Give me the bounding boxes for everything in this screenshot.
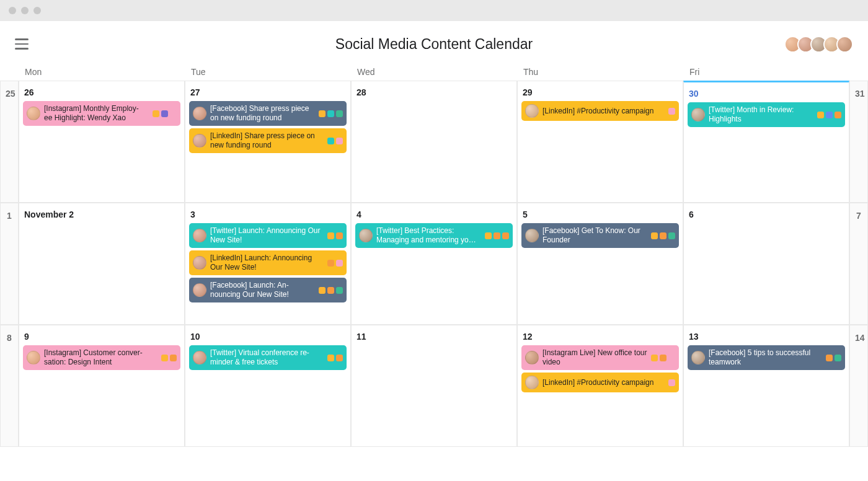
task-tags: [327, 232, 343, 239]
weekday-label: Wed: [351, 67, 517, 77]
task-card[interactable]: [Facebook] Get To Know: Our Founder: [521, 223, 679, 248]
day-number: 26: [23, 85, 180, 101]
assignee-avatar: [525, 104, 539, 118]
calendar-day[interactable]: 26[Instagram] Monthly Employ- ee Highlig…: [19, 81, 185, 203]
tag-dot: [502, 232, 509, 239]
calendar-day[interactable]: 30[Twitter] Month in Review: Highlights: [683, 81, 849, 203]
calendar-day[interactable]: 4[Twitter] Best Practices: Managing and …: [351, 203, 517, 325]
task-title: [Twitter] Virtual conference re- minder …: [210, 348, 324, 367]
calendar-day[interactable]: 27[Facebook] Share press piece on new fu…: [185, 81, 351, 203]
task-card[interactable]: [LinkedIn] #Productivity campaign: [521, 373, 679, 392]
assignee-avatar: [27, 107, 40, 120]
tag-dot: [668, 232, 675, 239]
tag-dot: [660, 232, 666, 239]
page-title: Social Media Content Calendar: [335, 36, 533, 53]
task-title: [Twitter] Month in Review: Highlights: [709, 105, 813, 124]
tag-dot: [336, 110, 343, 117]
day-number: 11: [355, 329, 513, 345]
task-card[interactable]: [LinkedIn] Share press piece on new fund…: [189, 128, 347, 153]
calendar-day[interactable]: 11: [351, 325, 517, 447]
task-card[interactable]: [Twitter] Best Practices: Managing and m…: [355, 223, 513, 248]
weekday-label: Tue: [185, 67, 351, 77]
assignee-avatar: [27, 351, 40, 364]
task-title: [Twitter] Best Practices: Managing and m…: [376, 226, 481, 245]
weekday-headers: Mon Tue Wed Thu Fri: [0, 67, 868, 81]
day-number: 13: [688, 329, 845, 345]
task-card[interactable]: [Facebook] 5 tips to successful teamwork: [688, 345, 845, 370]
task-card[interactable]: [LinkedIn] Launch: Announcing Our New Si…: [189, 250, 347, 275]
task-card[interactable]: [LinkedIn] #Productivity campaign: [521, 101, 679, 121]
task-card[interactable]: [Instagram] Monthly Employ- ee Highlight…: [23, 101, 180, 126]
calendar-day[interactable]: 29[LinkedIn] #Productivity campaign: [517, 81, 683, 203]
calendar-day[interactable]: 5[Facebook] Get To Know: Our Founder: [517, 203, 683, 325]
task-card[interactable]: [Twitter] Virtual conference re- minder …: [189, 345, 347, 370]
task-card[interactable]: [Instagram Live] New office tour video: [521, 345, 679, 370]
calendar-day[interactable]: 28: [351, 81, 517, 203]
calendar-grid: 2526[Instagram] Monthly Employ- ee Highl…: [0, 81, 868, 447]
assignee-avatar: [193, 229, 206, 242]
calendar-day[interactable]: 3[Twitter] Launch: Announcing Our New Si…: [185, 203, 351, 325]
task-card[interactable]: [Instagram] Customer conver- sation: Des…: [23, 345, 180, 370]
assignee-avatar: [359, 229, 373, 242]
tag-dot: [668, 355, 675, 361]
tag-dot: [651, 355, 658, 361]
task-title: [Instagram] Customer conver- sation: Des…: [44, 348, 157, 367]
task-card[interactable]: [Facebook] Share press piece on new fund…: [189, 101, 347, 126]
edge-day: 8: [0, 325, 19, 447]
task-title: [Facebook] Share press piece on new fund…: [210, 104, 315, 123]
task-tags: [153, 110, 177, 117]
task-tags: [327, 260, 343, 267]
task-tags: [327, 355, 343, 361]
tag-dot: [161, 355, 168, 361]
traffic-close-icon[interactable]: [9, 7, 16, 14]
task-title: [Facebook] Get To Know: Our Founder: [542, 226, 647, 245]
task-card[interactable]: [Twitter] Month in Review: Highlights: [688, 102, 845, 127]
weekday-label: Thu: [517, 67, 683, 77]
day-number: 28: [355, 85, 513, 101]
tag-dot: [153, 110, 159, 117]
task-card[interactable]: [Twitter] Launch: Announcing Our New Sit…: [189, 223, 347, 248]
traffic-zoom-icon[interactable]: [33, 7, 41, 14]
task-tags: [668, 108, 675, 115]
day-number: 1: [4, 207, 14, 224]
task-tags: [161, 355, 177, 361]
day-number: 10: [189, 329, 347, 345]
day-number: November 2: [23, 207, 180, 223]
assignee-avatar: [525, 376, 539, 389]
tag-dot: [826, 355, 833, 361]
calendar-day[interactable]: 6: [683, 203, 849, 325]
tag-dot: [161, 110, 168, 117]
day-number: 3: [189, 207, 347, 223]
edge-day: 1: [0, 203, 19, 325]
day-number: 14: [854, 329, 864, 346]
tag-dot: [327, 287, 334, 294]
tag-dot: [319, 110, 326, 117]
assignee-avatar: [193, 134, 206, 148]
calendar-day[interactable]: November 2: [19, 203, 185, 325]
calendar-day[interactable]: 13[Facebook] 5 tips to successful teamwo…: [683, 325, 849, 447]
tag-dot: [817, 112, 824, 118]
weekday-label: Mon: [19, 67, 185, 77]
tag-dot: [327, 260, 334, 267]
tag-dot: [485, 232, 492, 239]
task-title: [LinkedIn] Launch: Announcing Our New Si…: [210, 254, 324, 272]
day-number: 25: [4, 85, 14, 102]
edge-day: 25: [0, 81, 19, 203]
tag-dot: [170, 110, 177, 117]
calendar-day[interactable]: 12[Instagram Live] New office tour video…: [517, 325, 683, 447]
calendar-day[interactable]: 10[Twitter] Virtual conference re- minde…: [185, 325, 351, 447]
task-title: [Facebook] 5 tips to successful teamwork: [709, 348, 822, 367]
menu-icon[interactable]: [15, 38, 29, 50]
task-card[interactable]: [Facebook] Launch: An- nouncing Our New …: [189, 278, 347, 302]
avatar[interactable]: [836, 36, 853, 53]
edge-day: 31: [849, 81, 868, 203]
traffic-minimize-icon[interactable]: [21, 7, 29, 14]
day-number: 30: [688, 86, 845, 102]
day-number: 31: [854, 85, 864, 102]
window-chrome: [0, 0, 868, 21]
assignee-avatar: [525, 351, 539, 364]
member-avatars[interactable]: [788, 36, 853, 53]
calendar-day[interactable]: 9[Instagram] Customer conver- sation: De…: [19, 325, 185, 447]
task-tags: [485, 232, 509, 239]
tag-dot: [327, 110, 334, 117]
